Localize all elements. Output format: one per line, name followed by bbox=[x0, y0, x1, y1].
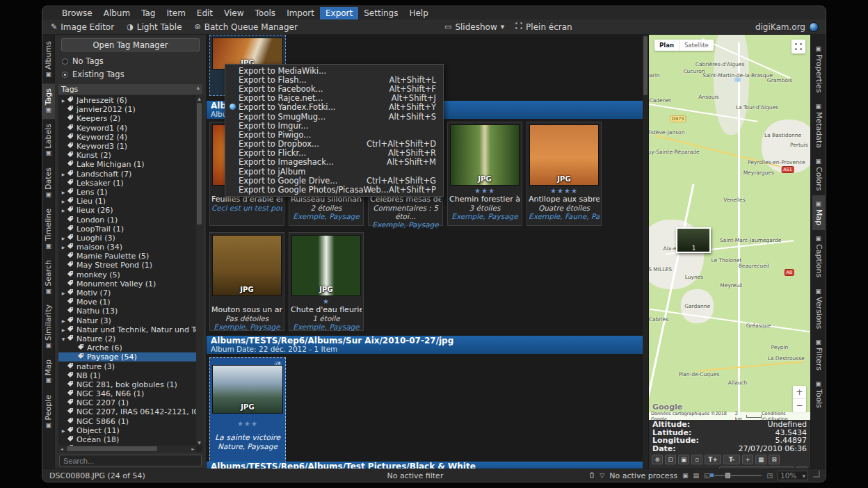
export-menu-item[interactable]: Export to Rajce.net... Alt+Shift+J bbox=[225, 94, 443, 103]
menubar-item[interactable]: Export bbox=[320, 7, 358, 19]
tag-tree-item[interactable]: ▶ maison (34) bbox=[58, 243, 196, 252]
tag-tree-item[interactable]: May Street Pond (1) bbox=[58, 261, 196, 270]
slider-handle[interactable] bbox=[725, 473, 730, 478]
tag-tree-item[interactable]: ▶ Lieu (1) bbox=[58, 197, 196, 206]
zoom-100-icon[interactable]: ▤ bbox=[693, 472, 699, 479]
expand-arrow-icon[interactable]: ▶ bbox=[60, 291, 67, 295]
trash-icon[interactable] bbox=[589, 472, 595, 480]
image-editor-button[interactable]: ✎ Image Editor bbox=[51, 22, 114, 32]
fit-window-icon[interactable]: ▣ bbox=[682, 472, 689, 479]
tag-tree-item[interactable]: Lake Michigan (1) bbox=[58, 160, 196, 169]
tag-tree-item[interactable]: London (1) bbox=[58, 215, 196, 224]
fullscreen-button[interactable]: Plein écran bbox=[515, 22, 572, 32]
scroll-down-icon[interactable]: ▼ bbox=[196, 439, 202, 446]
tag-tree-item[interactable]: ▶ Motiv (7) bbox=[58, 288, 196, 298]
expand-arrow-icon[interactable]: ▶ bbox=[60, 428, 67, 433]
export-menu-item[interactable]: Export to MediaWiki... bbox=[225, 66, 443, 75]
scrollbar-thumb[interactable] bbox=[197, 103, 202, 225]
export-menu-item[interactable]: Export to jAlbum bbox=[225, 167, 443, 176]
export-menu-item[interactable]: Export to Facebook... Alt+Shift+F bbox=[225, 84, 443, 93]
tag-tree-item[interactable]: LoopTrail (1) bbox=[58, 225, 196, 234]
tag-tree-item[interactable]: Nathu (13) bbox=[58, 307, 196, 316]
menubar-item[interactable]: Import bbox=[281, 7, 320, 19]
show-thumbnails-button[interactable]: ▣ bbox=[678, 455, 689, 464]
export-menu-item[interactable]: Export to Flash... Alt+Shift+L bbox=[225, 75, 443, 84]
tree-horizontal-scrollbar[interactable]: ◄ ► bbox=[58, 446, 196, 452]
tag-tree-item[interactable]: Keyword3 (1) bbox=[58, 142, 196, 151]
right-sidebar-tab[interactable]: ▣ Metadata bbox=[812, 98, 825, 153]
menubar-item[interactable]: Edit bbox=[191, 7, 218, 19]
tag-tree-item[interactable]: NGC 346, N66 (1) bbox=[58, 389, 196, 398]
right-sidebar-tab[interactable]: ▣ Tools bbox=[812, 375, 825, 413]
resize-grip[interactable] bbox=[813, 471, 820, 478]
tag-tree-item[interactable]: nature (3) bbox=[58, 361, 196, 371]
right-sidebar-tab[interactable]: ▣ Captions bbox=[812, 230, 825, 282]
expand-arrow-icon[interactable]: ▶ bbox=[60, 190, 67, 195]
zoom-level-select[interactable]: 10% ▼ bbox=[778, 471, 808, 480]
expand-arrow-icon[interactable]: ▶ bbox=[60, 236, 67, 241]
open-tag-manager-button[interactable]: Open Tag Manager bbox=[61, 38, 200, 51]
export-menu-item[interactable]: Export to SmugMug... Alt+Shift+S bbox=[225, 112, 443, 121]
tag-tree-item[interactable]: Monument Valley (1) bbox=[58, 279, 196, 288]
thumbnail-selected[interactable]: ↺ JPG ★★★ La sainte victoire Nature, Pay… bbox=[209, 357, 286, 463]
tag-tree-item[interactable]: Kunst (2) bbox=[58, 151, 196, 160]
menubar-item[interactable]: View bbox=[218, 7, 249, 19]
thumbnail-cell[interactable]: JPG Mouton sous un arbr... Pas détoiles … bbox=[209, 232, 284, 331]
export-menu-item[interactable]: Export to Piwigo... bbox=[225, 130, 443, 139]
tag-tree-item[interactable]: ▶ Natur (3) bbox=[58, 316, 196, 325]
batch-queue-button[interactable]: ⊚ Batch Queue Manager bbox=[195, 22, 298, 32]
existing-tags-radio[interactable]: Existing Tags bbox=[55, 67, 206, 81]
slideshow-button[interactable]: ▭ Slideshow ▼ bbox=[444, 22, 504, 32]
left-sidebar-tab[interactable]: ▣ Dates bbox=[42, 163, 55, 204]
right-sidebar-tab[interactable]: ▣ Map bbox=[812, 195, 825, 230]
photo-marker[interactable]: 1 bbox=[676, 227, 711, 253]
hide-thumbnails-button[interactable]: ▫ bbox=[691, 455, 702, 464]
expand-arrow-icon[interactable]: ▶ bbox=[60, 327, 67, 332]
tag-tree-item[interactable]: janvier2012 (1) bbox=[58, 105, 196, 114]
scroll-up-icon[interactable]: ▲ bbox=[196, 85, 200, 94]
tag-tree-item[interactable]: ▶ Object (11) bbox=[58, 426, 196, 435]
right-sidebar-tab[interactable]: ▣ Versions bbox=[812, 283, 825, 334]
menubar-item[interactable]: Tools bbox=[250, 7, 282, 19]
zoom-slider[interactable] bbox=[714, 475, 762, 476]
fit-select-icon[interactable]: ◱ bbox=[704, 472, 710, 479]
tag-search-input[interactable] bbox=[59, 455, 202, 466]
tag-tree-item[interactable]: ▶ lieux (26) bbox=[58, 206, 196, 215]
select-mode-button[interactable]: ▦ bbox=[755, 455, 766, 464]
expand-icon[interactable]: ◳ bbox=[766, 472, 773, 479]
tag-tree-item[interactable]: monkey (5) bbox=[58, 270, 196, 279]
export-menu-item[interactable]: Export to Dropbox... Ctrl+Alt+Shift+D bbox=[225, 140, 443, 149]
tag-tree-item[interactable]: ▶ Natur und Technik, Natur und Technik bbox=[58, 325, 196, 334]
menubar-item[interactable]: Tag bbox=[136, 7, 161, 19]
zoom-in-button[interactable]: + bbox=[793, 386, 806, 399]
map-plan-button[interactable]: Plan bbox=[654, 40, 680, 51]
tag-tree-item[interactable]: NGC 281, bok globules (1) bbox=[58, 380, 196, 389]
decrease-thumb-button[interactable]: T- bbox=[723, 455, 740, 464]
left-sidebar-tab[interactable]: ▣ Labels bbox=[42, 119, 55, 162]
tag-tree-item[interactable]: NGC 5866 (1) bbox=[58, 417, 196, 426]
thumbnail-cell[interactable]: JPG ★★★★ Antilope aux sabres i... Quatre… bbox=[527, 122, 602, 226]
tag-tree-item[interactable]: NGC 2207 (1) bbox=[58, 398, 196, 407]
expand-arrow-icon[interactable]: ▶ bbox=[60, 318, 67, 323]
tag-tree-item[interactable]: Keyword2 (4) bbox=[58, 133, 196, 142]
pan-mode-button[interactable]: + bbox=[742, 455, 753, 464]
left-sidebar-tab[interactable]: ▣ Tags bbox=[42, 83, 55, 119]
expand-arrow-icon[interactable]: ▼ bbox=[60, 336, 67, 341]
left-sidebar-tab[interactable]: ▣ Similarity bbox=[42, 300, 55, 355]
menubar-item[interactable]: Browse bbox=[56, 7, 98, 19]
scroll-right-icon[interactable]: ► bbox=[190, 446, 196, 451]
map-view[interactable]: Cabrières-d'Aigues Cucuron Saint-Martin-… bbox=[649, 35, 810, 420]
increase-thumb-button[interactable]: T+ bbox=[705, 455, 721, 464]
scroll-left-icon[interactable]: ◄ bbox=[58, 446, 65, 451]
tag-tree-item[interactable]: Arche (6) bbox=[58, 343, 196, 352]
expand-arrow-icon[interactable]: ▶ bbox=[60, 98, 67, 103]
zoom-region-button[interactable]: ⊕ bbox=[652, 455, 663, 464]
tag-tree-item[interactable]: NB (1) bbox=[58, 371, 196, 380]
map-fullscreen-button[interactable] bbox=[791, 40, 805, 54]
export-menu-item[interactable]: Export to Imageshack... Alt+Shift+M bbox=[225, 158, 443, 167]
tree-vertical-scrollbar[interactable]: ▲ ▼ bbox=[196, 95, 202, 446]
menubar-item[interactable]: Settings bbox=[358, 7, 403, 19]
export-menu-item[interactable]: Export to Google Photos/PicasaWeb... Alt… bbox=[225, 185, 443, 194]
no-tags-radio[interactable]: No Tags bbox=[55, 54, 206, 67]
tag-tree-item[interactable]: Move (1) bbox=[58, 298, 196, 307]
